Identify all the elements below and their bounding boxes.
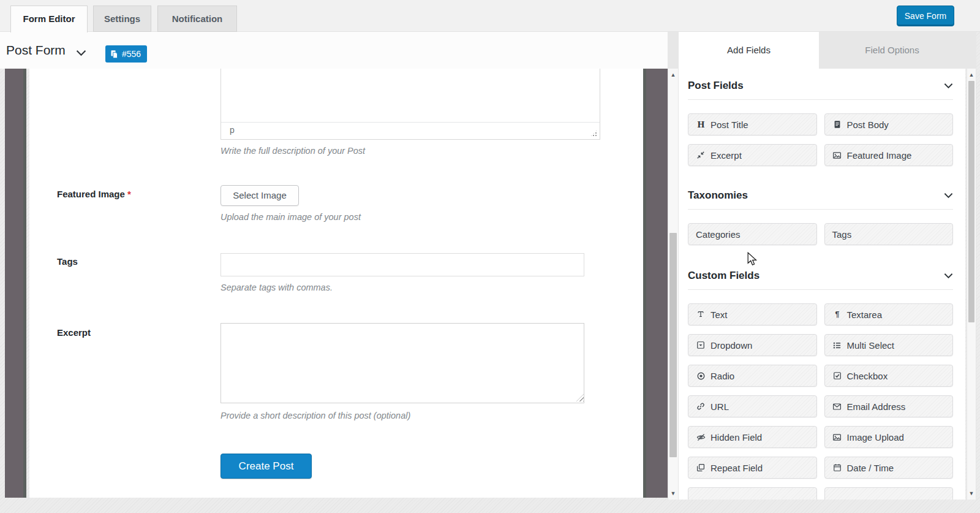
pilcrow-icon: ¶	[832, 310, 842, 319]
section-divider	[688, 209, 953, 210]
tab-notification[interactable]: Notification	[157, 6, 237, 32]
field-button-url[interactable]: URL	[688, 395, 817, 417]
field-button-label: Repeat Field	[710, 463, 763, 473]
field-button-post-body[interactable]: Post Body	[824, 113, 954, 135]
excerpt-label: Excerpt	[57, 327, 91, 338]
sidebar-tab-bar: Add Fields Field Options	[668, 32, 976, 69]
tab-field-options[interactable]: Field Options	[819, 32, 965, 69]
section-title-taxonomies: Taxonomies	[688, 189, 748, 202]
chevron-down-icon[interactable]	[944, 192, 953, 199]
excerpt-textarea[interactable]	[221, 323, 584, 403]
featured-image-help-text: Upload the main image of your post	[221, 212, 361, 222]
heading-icon: H	[696, 120, 706, 129]
sidebar-scrollbar[interactable]: ▲ ▼	[967, 69, 976, 500]
section-post-fields: Post Fields HPost TitlePost BodyExcerptF…	[688, 80, 953, 166]
canvas-scrollbar[interactable]: ▲ ▼	[668, 69, 679, 500]
section-custom-fields: Custom Fields Text¶TextareaDropdownMulti…	[688, 270, 953, 500]
field-button-featured-image[interactable]: Featured Image	[824, 144, 954, 166]
field-button-label: Checkbox	[847, 371, 888, 381]
field-button-label: Multi Select	[847, 340, 895, 351]
field-button-label: Date / Time	[847, 463, 894, 473]
chevron-down-icon[interactable]	[944, 83, 953, 89]
field-button-dropdown[interactable]: Dropdown	[688, 334, 817, 356]
field-button-categories[interactable]: Categories	[688, 223, 817, 245]
field-button-label: Radio	[710, 371, 734, 381]
chevron-down-icon[interactable]	[944, 273, 953, 279]
field-button-label: Featured Image	[847, 150, 912, 161]
canvas-scrollbar-thumb[interactable]	[669, 233, 677, 457]
field-button-label: Post Body	[847, 120, 889, 130]
eye-slash-icon	[696, 433, 706, 442]
editor-element-path[interactable]: p	[230, 125, 235, 135]
field-button-textarea[interactable]: ¶Textarea	[824, 303, 954, 325]
svg-text:¶: ¶	[835, 310, 839, 319]
field-button-hidden-field[interactable]: Hidden Field	[688, 426, 817, 448]
field-button-multi-select[interactable]: Multi Select	[824, 334, 954, 356]
tab-form-editor[interactable]: Form Editor	[10, 6, 88, 32]
select-image-button[interactable]: Select Image	[221, 185, 299, 206]
field-button-image-upload[interactable]: Image Upload	[824, 426, 954, 448]
field-button-checkbox[interactable]: Checkbox	[824, 365, 954, 387]
tab-add-fields[interactable]: Add Fields	[679, 32, 819, 69]
file-text-icon	[832, 120, 842, 129]
field-button-label: Image Upload	[847, 432, 904, 443]
post-body-help-text: Write the full description of your Post	[221, 146, 365, 156]
tab-settings[interactable]: Settings	[93, 6, 151, 32]
radio-icon	[696, 371, 706, 381]
field-button-radio[interactable]: Radio	[688, 365, 817, 387]
field-button-partial[interactable]	[688, 487, 817, 500]
add-fields-panel: Post Fields HPost TitlePost BodyExcerptF…	[679, 69, 965, 500]
clone-icon	[696, 463, 706, 472]
field-button-excerpt[interactable]: Excerpt	[688, 144, 817, 166]
excerpt-help-text: Provide a short description of this post…	[221, 411, 410, 420]
envelope-icon	[832, 402, 842, 411]
top-tab-bar: Form Editor Settings Notification Save F…	[0, 0, 980, 32]
section-title-custom-fields: Custom Fields	[688, 270, 760, 282]
link-icon	[696, 402, 706, 411]
section-divider	[688, 289, 953, 290]
section-title-post-fields: Post Fields	[688, 80, 744, 92]
scroll-up-arrow-icon[interactable]: ▲	[668, 70, 678, 80]
calendar-icon	[832, 463, 842, 472]
editor-resize-grip[interactable]	[590, 129, 598, 137]
field-button-partial[interactable]	[824, 487, 954, 500]
save-form-button[interactable]: Save Form	[897, 6, 954, 26]
compress-icon	[696, 151, 706, 159]
form-title[interactable]: Post Form	[6, 32, 66, 69]
field-button-label: Email Address	[847, 401, 906, 412]
sidebar-scrollbar-thumb[interactable]	[968, 81, 974, 322]
field-button-label: URL	[710, 401, 729, 412]
form-id-badge[interactable]: #556	[105, 45, 147, 63]
required-asterisk: *	[127, 189, 131, 199]
list-icon	[832, 341, 842, 350]
field-button-date-time[interactable]: Date / Time	[824, 457, 954, 479]
scroll-down-arrow-icon[interactable]: ▼	[668, 488, 678, 498]
image-icon	[832, 433, 842, 442]
section-taxonomies: Taxonomies CategoriesTags	[688, 189, 953, 245]
field-button-repeat-field[interactable]: Repeat Field	[688, 457, 817, 479]
canvas-right-gutter	[643, 69, 668, 498]
form-builder-page: Form Editor Settings Notification Save F…	[0, 0, 980, 513]
form-preview-canvas: p Write the full description of your Pos…	[29, 69, 643, 498]
checkbox-icon	[832, 371, 842, 380]
field-button-tags[interactable]: Tags	[824, 223, 954, 245]
field-button-label: Categories	[696, 229, 741, 240]
form-id-text: #556	[122, 45, 141, 63]
image-icon	[832, 151, 842, 160]
featured-image-label: Featured Image*	[57, 189, 131, 199]
canvas-left-gutter	[5, 69, 26, 498]
pages-icon	[110, 50, 119, 59]
field-button-email-address[interactable]: Email Address	[824, 395, 954, 417]
tags-label: Tags	[57, 256, 78, 267]
scroll-down-arrow-icon[interactable]: ▼	[967, 488, 976, 498]
post-body-editor[interactable]: p	[221, 69, 600, 140]
field-button-text[interactable]: Text	[688, 303, 817, 325]
scroll-up-arrow-icon[interactable]: ▲	[967, 70, 976, 80]
chevron-down-icon[interactable]	[76, 48, 86, 59]
tags-input[interactable]	[221, 253, 584, 276]
field-button-post-title[interactable]: HPost Title	[688, 113, 817, 135]
create-post-button[interactable]: Create Post	[221, 454, 312, 479]
tags-help-text: Separate tags with commas.	[221, 283, 333, 292]
dropdown-icon	[696, 341, 706, 349]
editor-status-bar: p	[221, 122, 600, 139]
